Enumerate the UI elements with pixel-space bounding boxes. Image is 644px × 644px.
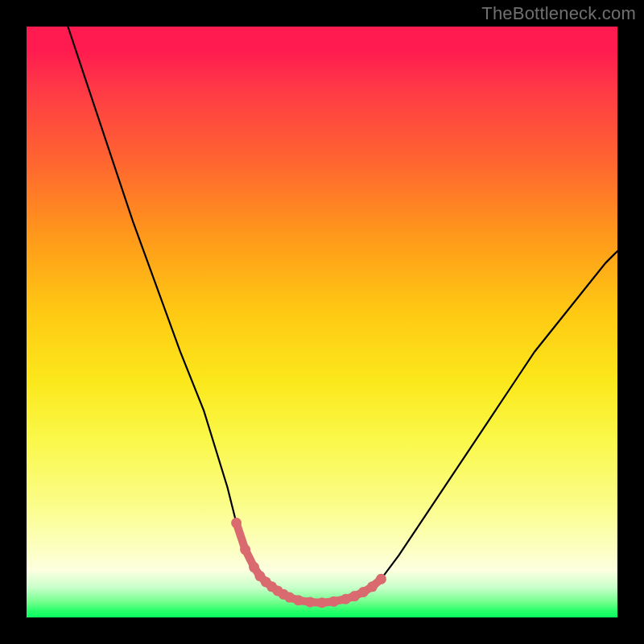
trough-dot [249,562,259,572]
trough-dot [328,597,339,607]
trough-dot [341,594,351,605]
trough-dot [367,581,378,592]
right-curve-path [322,251,617,603]
trough-dot [305,597,316,607]
trough-dot [284,592,295,603]
left-curve-path [68,27,322,603]
watermark-text: TheBottleneck.com [481,3,636,24]
trough-dot [240,544,250,555]
trough-dot [317,597,328,608]
curves-svg [27,27,617,617]
chart-frame: TheBottleneck.com [0,0,644,644]
trough-dot [358,587,369,597]
trough-highlight-dots [231,518,386,608]
trough-dot [231,518,242,528]
trough-dot [293,595,303,605]
trough-dot [376,574,386,584]
plot-area [27,27,617,617]
